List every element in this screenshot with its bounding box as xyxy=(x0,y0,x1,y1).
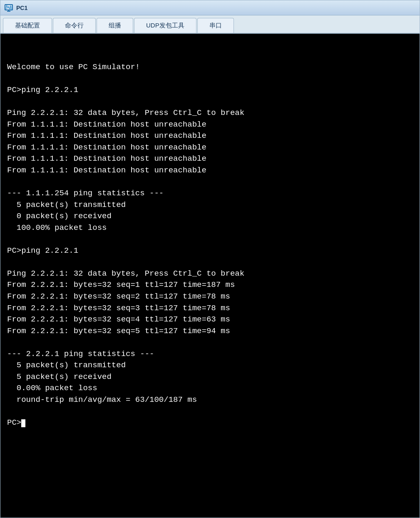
tab-basic-config[interactable]: 基础配置 xyxy=(3,18,52,33)
window-title: PC1 xyxy=(16,5,27,11)
tab-bar: 基础配置 命令行 组播 UDP发包工具 串口 xyxy=(0,15,420,34)
tab-cli[interactable]: 命令行 xyxy=(53,18,96,33)
tab-multicast[interactable]: 组播 xyxy=(97,18,133,33)
tab-serial[interactable]: 串口 xyxy=(197,18,234,33)
title-bar: PC1 xyxy=(0,0,420,15)
window: PC1 基础配置 命令行 组播 UDP发包工具 串口 Welcome to us… xyxy=(0,0,420,518)
terminal-content: Welcome to use PC Simulator! PC>ping 2.2… xyxy=(7,62,413,429)
terminal[interactable]: Welcome to use PC Simulator! PC>ping 2.2… xyxy=(0,34,420,518)
pc-icon xyxy=(5,4,13,12)
cursor xyxy=(21,419,25,427)
tab-udp-tool[interactable]: UDP发包工具 xyxy=(134,18,196,33)
